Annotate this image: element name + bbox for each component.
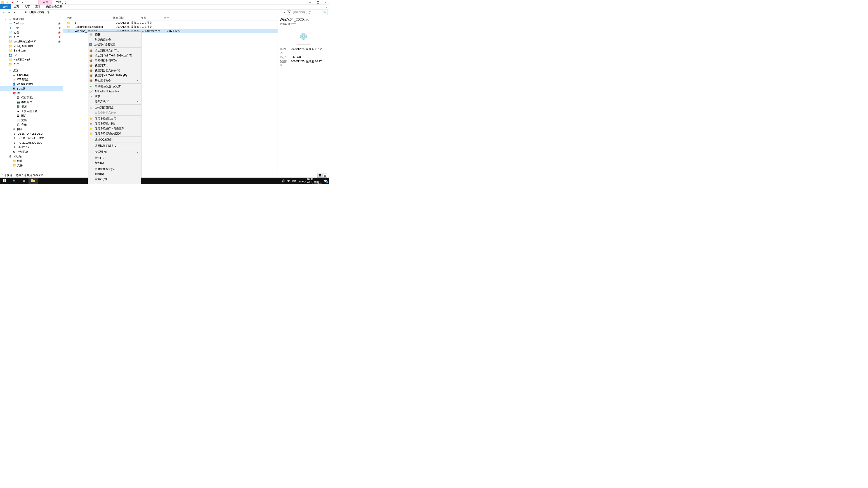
tree-folder[interactable]: 📁Bandicam: [0, 48, 63, 53]
contextual-tab-manage[interactable]: 管理: [38, 0, 53, 4]
taskbar-taskview-icon[interactable]: ⧉: [19, 177, 29, 184]
breadcrumb[interactable]: 🖥 › 此电脑 › 文档 (E:) › ▾: [23, 10, 286, 15]
ctx-create-shortcut[interactable]: 创建快捷方式(S): [88, 166, 141, 171]
tree-lib-item[interactable]: ›📄文档: [0, 118, 63, 123]
chevron-right-icon[interactable]: ›: [13, 119, 15, 122]
chevron-right-icon[interactable]: ›: [8, 88, 11, 90]
qat-close-icon[interactable]: ✖: [11, 0, 14, 4]
ctx-360-scan[interactable]: ◉使用 360进行木马云查杀: [88, 126, 141, 131]
tree-pictures[interactable]: 🖼图片📌: [0, 35, 63, 39]
taskbar-explorer-icon[interactable]: [29, 177, 38, 184]
help-icon[interactable]: ?: [324, 5, 329, 9]
chevron-right-icon[interactable]: ›: [8, 83, 11, 86]
col-type[interactable]: 类型: [141, 16, 164, 20]
chevron-right-icon[interactable]: ›: [8, 164, 11, 167]
chevron-right-icon[interactable]: ›: [13, 96, 15, 99]
tree-folder[interactable]: 📁YUNQISHI2019: [0, 44, 63, 48]
tree-recycle[interactable]: 🗑回收站: [0, 154, 63, 159]
nav-up-icon[interactable]: ↑: [18, 10, 22, 15]
ctx-rename[interactable]: 重命名(M): [88, 176, 141, 182]
chevron-right-icon[interactable]: ›: [13, 110, 15, 112]
maximize-button[interactable]: ▢: [316, 0, 320, 4]
ctx-baidu[interactable]: ☁上传到百度网盘: [88, 105, 141, 110]
chevron-down-icon[interactable]: ⌄: [4, 18, 7, 20]
close-button[interactable]: ✕: [324, 0, 327, 4]
ctx-360-unlock[interactable]: ◉使用 360解除占用: [88, 116, 141, 121]
ctx-share[interactable]: ↗共享: [88, 94, 141, 99]
ribbon-disc-tool[interactable]: 光盘映像工具: [43, 4, 65, 9]
chevron-right-icon[interactable]: ›: [13, 115, 15, 117]
chevron-right-icon[interactable]: ›: [37, 11, 38, 13]
tree-lib-item[interactable]: ›🎵音乐: [0, 123, 63, 127]
ctx-open-360zip[interactable]: 📦用360压缩打开(Q): [88, 58, 141, 63]
file-row[interactable]: 📁 1 2020/12/15, 星期二 1... 文件夹: [63, 21, 278, 25]
ctx-delete[interactable]: 删除(D): [88, 171, 141, 176]
tray-keyboard-icon[interactable]: ⌨: [292, 180, 296, 183]
ctx-open-with[interactable]: 打开方式(H)▸: [88, 99, 141, 104]
start-button[interactable]: [0, 177, 9, 184]
tree-lib-item[interactable]: ›📷本机照片: [0, 100, 63, 104]
col-size[interactable]: 大小: [164, 16, 178, 20]
tree-folder[interactable]: ›📁软件: [0, 159, 63, 163]
tree-folder[interactable]: 📁图片: [0, 62, 63, 66]
ctx-bee-browser[interactable]: ✱用 蜂蜜浏览器 浏览(3): [88, 84, 141, 89]
ctx-add-archive[interactable]: 📦添加到压缩文件(A)...: [88, 48, 141, 53]
view-details-icon[interactable]: ☰: [317, 173, 322, 177]
chevron-right-icon[interactable]: ›: [8, 160, 11, 162]
tree-drive[interactable]: 💾G:\: [0, 53, 63, 57]
chevron-right-icon[interactable]: ›: [13, 105, 15, 108]
breadcrumb-drive[interactable]: 文档 (E:): [38, 10, 49, 14]
tree-onedrive[interactable]: ›☁OneDrive: [0, 73, 63, 77]
breadcrumb-dropdown-icon[interactable]: ▾: [284, 11, 285, 13]
ctx-send-to[interactable]: 发送到(N)▸: [88, 149, 141, 154]
chevron-right-icon[interactable]: ›: [8, 74, 11, 76]
chevron-right-icon[interactable]: ›: [8, 151, 11, 153]
minimize-button[interactable]: ─: [308, 0, 312, 4]
chevron-down-icon[interactable]: ⌄: [4, 69, 7, 72]
ctx-mount[interactable]: 💿装载: [88, 32, 141, 37]
chevron-right-icon[interactable]: ›: [8, 78, 11, 81]
ctx-restore-version[interactable]: 还原以前的版本(V): [88, 143, 141, 148]
ctx-burn[interactable]: 刻录光盘映像: [88, 37, 141, 42]
tree-desktop-root[interactable]: ⌄▬桌面: [0, 68, 63, 73]
qat-undo-icon[interactable]: ↶: [16, 0, 19, 4]
ctx-extract-named[interactable]: 📦解压到 Win7x64_2020\ (E): [88, 73, 141, 78]
tree-desktop[interactable]: ▬Desktop📌: [0, 21, 63, 26]
refresh-icon[interactable]: ⟳: [287, 10, 291, 14]
col-date[interactable]: 修改日期: [113, 16, 141, 20]
col-name[interactable]: 名称: [63, 16, 113, 20]
ctx-cut[interactable]: 剪切(T): [88, 156, 141, 160]
chevron-right-icon[interactable]: ›: [13, 124, 15, 126]
ctx-add-zip[interactable]: 📦添加到 "Win7x64_2020.zip" (T): [88, 53, 141, 58]
ribbon-share[interactable]: 共享: [22, 4, 33, 9]
file-row[interactable]: 📁 BaiduNetdiskDownload 2020/12/25, 星期五 1…: [63, 25, 278, 29]
qat-dropdown-icon[interactable]: ▾: [21, 0, 24, 4]
tray-ime-icon[interactable]: 中: [287, 179, 290, 183]
nav-history-dropdown-icon[interactable]: ▾: [12, 10, 17, 15]
tree-network[interactable]: ⌄🖧网络: [0, 127, 63, 131]
view-thumbnails-icon[interactable]: ▦: [322, 173, 327, 177]
tree-network-pc[interactable]: 🖥ZMT2019: [0, 145, 63, 150]
ribbon-file[interactable]: 文件: [0, 4, 11, 9]
ctx-youdao[interactable]: ↑上传到有道云笔记: [88, 42, 141, 47]
search-input[interactable]: 搜索"文档 (E:)" 🔍: [292, 10, 328, 15]
tree-network-pc[interactable]: 🖥PC-20190530OBLA: [0, 140, 63, 145]
breadcrumb-pc[interactable]: 此电脑: [29, 10, 37, 14]
tree-lib-item[interactable]: ›☁天翼云盘下载: [0, 109, 63, 113]
nav-back-icon[interactable]: ←: [1, 10, 6, 15]
ctx-extract-here[interactable]: 📦解压到当前文件夹(X): [88, 68, 141, 73]
chevron-right-icon[interactable]: ›: [27, 11, 28, 13]
ctx-other-zip[interactable]: 📦其他压缩命令▸: [88, 78, 141, 83]
chevron-down-icon[interactable]: ⌄: [8, 128, 11, 131]
tree-lib-item[interactable]: ›🖼保存的图片: [0, 95, 63, 100]
tree-network-pc[interactable]: 🖥DESKTOP-LSSOEDP: [0, 131, 63, 136]
ctx-360-menu[interactable]: ◉使用 360管理右键菜单: [88, 131, 141, 136]
tray-expand-icon[interactable]: ˄: [278, 180, 279, 183]
ctx-properties[interactable]: 属性(R): [88, 183, 141, 184]
tree-libraries[interactable]: ⌄📚库: [0, 91, 63, 95]
tree-quick-access[interactable]: ⌄★快速访问: [0, 17, 63, 21]
tree-control-panel[interactable]: ›⚙控制面板: [0, 150, 63, 154]
ribbon-expand-icon[interactable]: ⌃: [319, 5, 324, 9]
tree-user[interactable]: ›👤Administrator: [0, 82, 63, 86]
ctx-360-delete[interactable]: ◉使用 360强力删除: [88, 121, 141, 126]
